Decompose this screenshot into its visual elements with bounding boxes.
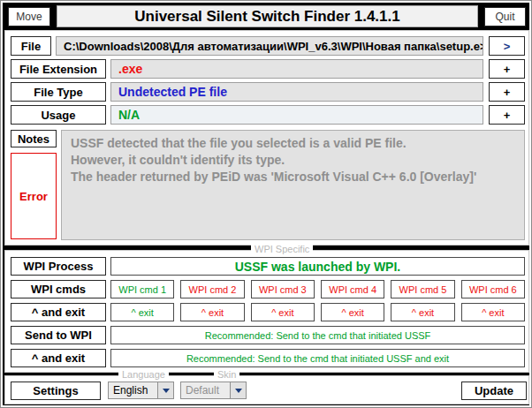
caret-and-exit-button[interactable]: ^ and exit [11, 303, 106, 321]
wpi-cmd-5-button[interactable]: WPI cmd 5 [391, 280, 454, 298]
exit-cmd-3-button[interactable]: ^ exit [251, 303, 315, 321]
wpi-cmds-row: WPI cmd 1 WPI cmd 2 WPI cmd 3 WPI cmd 4 … [110, 280, 525, 298]
send-to-wpi-status: Recommended: Send to the cmd that initia… [110, 326, 525, 344]
language-select[interactable]: English [108, 382, 174, 399]
add-extension-button[interactable]: + [489, 59, 525, 79]
send-and-exit-status: Recommended: Send to the cmd that initia… [110, 349, 525, 367]
wpi-cmds-button[interactable]: WPI cmds [11, 280, 106, 298]
title-bar: Move Universal Silent Switch Finder 1.4.… [1, 1, 531, 30]
wpi-cmd-1-button[interactable]: WPI cmd 1 [110, 280, 174, 298]
wpi-cmd-4-button[interactable]: WPI cmd 4 [321, 280, 384, 298]
usage-value[interactable]: N/A [110, 105, 483, 125]
update-button[interactable]: Update [461, 382, 527, 400]
notes-line-3: The header returned by PEiD was 'Microso… [71, 169, 515, 185]
file-extension-button[interactable]: File Extension [11, 59, 106, 79]
skin-select[interactable]: Default [180, 382, 247, 399]
wpi-cmd-3-button[interactable]: WPI cmd 3 [251, 280, 315, 298]
wpi-cmd-6-button[interactable]: WPI cmd 6 [461, 280, 525, 298]
wpi-process-button[interactable]: WPI Process [11, 257, 106, 276]
send-and-exit-button[interactable]: ^ and exit [11, 349, 106, 367]
add-usage-button[interactable]: + [489, 105, 525, 125]
exit-cmd-2-button[interactable]: ^ exit [180, 303, 244, 321]
notes-button[interactable]: Notes [11, 130, 57, 147]
chevron-down-icon [235, 389, 242, 393]
move-button[interactable]: Move [8, 7, 50, 26]
file-button[interactable]: File [11, 36, 51, 56]
page-title: Universal Silent Switch Finder 1.4.1.1 [57, 5, 478, 27]
usage-button[interactable]: Usage [11, 105, 106, 125]
quit-button[interactable]: Quit [484, 7, 526, 26]
error-status-badge: Error [11, 153, 57, 239]
wpi-specific-group: WPI Specific WPI Process USSF was launch… [4, 250, 529, 373]
add-file-type-button[interactable]: + [489, 82, 525, 102]
notes-line-2: However, it couldn't identify its type. [71, 152, 515, 169]
exit-cmd-4-button[interactable]: ^ exit [321, 303, 384, 321]
language-dropdown-button[interactable] [157, 382, 173, 398]
wpi-specific-legend: WPI Specific [251, 244, 313, 254]
exit-cmd-1-button[interactable]: ^ exit [110, 303, 174, 321]
language-selected-value: English [109, 382, 157, 398]
language-legend: Language [118, 369, 169, 380]
chevron-down-icon [163, 389, 170, 393]
wpi-cmd-2-button[interactable]: WPI cmd 2 [180, 280, 244, 298]
wpi-process-status: USSF was launched by WPI. [110, 257, 525, 276]
skin-dropdown-button[interactable] [230, 382, 246, 398]
exit-cmd-5-button[interactable]: ^ exit [391, 303, 454, 321]
file-type-value[interactable]: Undetected PE file [110, 82, 483, 102]
footer-panel: Language Skin Settings English Default U… [4, 375, 529, 404]
settings-button[interactable]: Settings [11, 382, 101, 400]
expand-path-button[interactable]: > [489, 36, 525, 56]
file-type-button[interactable]: File Type [11, 82, 106, 102]
app-window: Move Universal Silent Switch Finder 1.4.… [0, 0, 532, 408]
skin-legend: Skin [214, 369, 239, 380]
notes-textarea[interactable]: USSF detected that the file you selected… [61, 130, 525, 240]
exit-cmds-row: ^ exit ^ exit ^ exit ^ exit ^ exit ^ exi… [110, 303, 525, 321]
file-path-input[interactable]: C:\Downloads\2008\Для автоматизации\WPI_… [56, 36, 483, 56]
send-to-wpi-button[interactable]: Send to WPI [11, 326, 106, 344]
exit-cmd-6-button[interactable]: ^ exit [461, 303, 525, 321]
notes-line-1: USSF detected that the file you selected… [71, 135, 515, 152]
file-extension-value[interactable]: .exe [110, 59, 483, 79]
skin-selected-value: Default [181, 382, 230, 398]
main-panel: File C:\Downloads\2008\Для автоматизации… [4, 30, 529, 246]
